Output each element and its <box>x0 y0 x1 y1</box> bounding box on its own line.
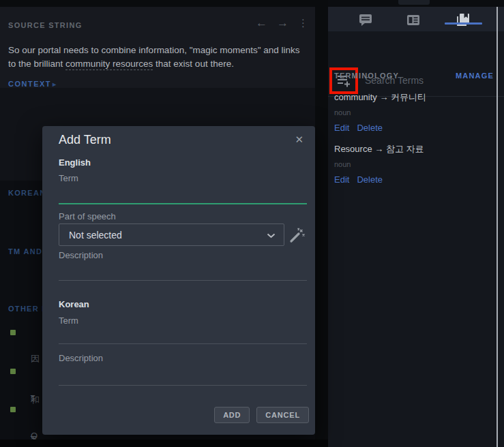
bottom-strip <box>0 440 328 447</box>
scrollbar[interactable] <box>496 7 498 447</box>
close-icon[interactable]: ✕ <box>295 134 303 146</box>
source-text-part2: that exist out there. <box>153 59 234 69</box>
arrow-icon: → <box>374 144 383 154</box>
tab-glossary[interactable] <box>449 12 476 28</box>
modal-title: Add Term <box>59 133 111 147</box>
glossary-book-icon <box>456 13 470 27</box>
korean-term-input[interactable] <box>59 324 307 344</box>
match-status-bullet <box>10 369 16 374</box>
modal-button-row: ADD CANCEL <box>214 407 309 423</box>
app-window: SOURCE STRING ← → ⋮ So our portal needs … <box>0 0 504 447</box>
chevron-down-icon <box>267 233 276 238</box>
match-status-bullet <box>10 330 16 335</box>
delete-term-link[interactable]: Delete <box>357 123 383 133</box>
english-heading: English <box>59 157 91 168</box>
english-term-label: Term <box>59 173 78 183</box>
term-entry: community → 커뮤니티 noun EditDelete <box>334 91 494 133</box>
term-pair: community → 커뮤니티 <box>334 91 494 104</box>
term-pair: Resource → 참고 자료 <box>334 143 494 155</box>
term-pos-badge: noun <box>334 108 494 117</box>
part-of-speech-select[interactable]: Not selected <box>59 224 284 246</box>
part-of-speech-label: Part of speech <box>59 211 116 221</box>
source-string-label: SOURCE STRING <box>8 21 83 29</box>
context-arrow-icon: ▸ <box>53 80 56 88</box>
english-description-label: Description <box>59 250 103 260</box>
more-options-icon[interactable]: ⋮ <box>298 16 308 31</box>
term-pos-badge: noun <box>334 160 494 168</box>
cancel-button[interactable]: CANCEL <box>256 407 309 423</box>
glossary-term-highlight[interactable]: community resources <box>65 59 153 70</box>
add-term-modal: Add Term ✕ English Term Part of speech N… <box>42 126 315 435</box>
tab-revisions[interactable] <box>400 12 427 28</box>
add-button[interactable]: ADD <box>214 407 250 423</box>
korean-description-input[interactable] <box>59 365 307 386</box>
terminology-header: TERMINOLOGY <box>334 72 399 80</box>
edit-term-link[interactable]: Edit <box>334 123 349 133</box>
magic-wand-icon[interactable] <box>289 227 306 243</box>
sidebar-top-strip <box>328 0 504 7</box>
delete-term-link[interactable]: Delete <box>357 174 383 185</box>
previous-segment-icon[interactable]: ← <box>256 16 267 31</box>
glossary-search-row <box>328 31 504 65</box>
context-link[interactable]: CONTEXT▸ <box>8 80 56 88</box>
top-strip-pill <box>398 0 430 5</box>
comment-icon <box>359 14 372 27</box>
english-description-input[interactable] <box>59 260 307 281</box>
source-text: So our portal needs to combine informati… <box>8 44 310 70</box>
edit-term-link[interactable]: Edit <box>334 174 349 185</box>
segment-nav: ← → ⋮ <box>256 16 308 31</box>
active-tab-indicator <box>445 22 482 25</box>
right-sidebar: TERMINOLOGY MANAGE community → 커뮤니티 noun… <box>328 0 504 447</box>
manage-link[interactable]: MANAGE <box>456 72 494 80</box>
article-icon <box>406 14 420 26</box>
match-status-bullet <box>10 407 16 412</box>
korean-description-label: Description <box>59 353 103 363</box>
next-segment-icon[interactable]: → <box>277 16 288 31</box>
source-string-panel: SOURCE STRING ← → ⋮ So our portal needs … <box>0 7 315 88</box>
sidebar-tabbar <box>328 7 504 31</box>
korean-heading: Korean <box>59 299 89 309</box>
arrow-icon: → <box>379 92 388 102</box>
term-entry: Resource → 참고 자료 noun EditDelete <box>334 143 494 185</box>
english-term-input[interactable] <box>59 184 307 204</box>
part-of-speech-value: Not selected <box>69 230 122 241</box>
tab-comments[interactable] <box>352 12 379 28</box>
